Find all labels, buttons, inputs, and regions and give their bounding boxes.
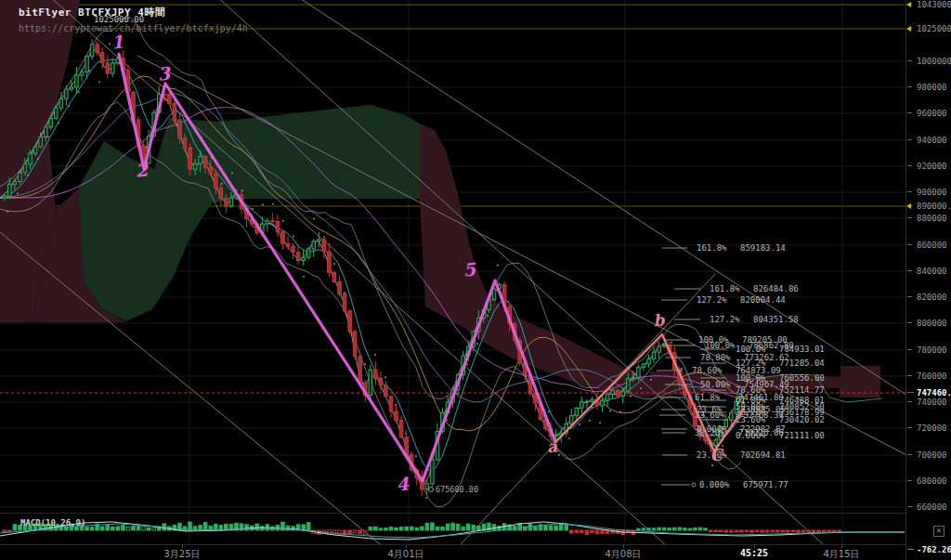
- price-tick: 880000: [906, 214, 951, 223]
- current-price-label: 747460.00: [906, 388, 951, 397]
- tick-label: 800000: [917, 319, 947, 328]
- tick-dash: [907, 392, 914, 393]
- price-tick: 720000: [906, 423, 951, 433]
- price-tick: 700000: [906, 450, 951, 460]
- price-tick: 740000: [906, 397, 951, 407]
- tick-label: 680000: [917, 476, 947, 486]
- svg-text:702694.81: 702694.81: [740, 450, 786, 460]
- svg-text:127.2%: 127.2%: [697, 295, 727, 305]
- tick-dash: [907, 454, 912, 455]
- svg-text:4: 4: [396, 473, 410, 494]
- svg-text:50.00%: 50.00%: [700, 380, 731, 389]
- svg-text:b: b: [652, 310, 666, 330]
- svg-text:161.8%: 161.8%: [710, 284, 740, 293]
- time-axis[interactable]: 3月25日4月01日4月08日4月15日45:25: [0, 544, 951, 560]
- tick-dash: [907, 60, 912, 61]
- close-indicator-button[interactable]: ×: [933, 526, 944, 537]
- tick-dash: [907, 506, 912, 507]
- price-tick: 980000: [906, 83, 951, 92]
- time-label: 4月08日: [605, 548, 641, 560]
- fibonacci-levels: 161.8%859183.14161.8%826484.86127.2%8200…: [657, 243, 825, 489]
- tick-label: 740000: [917, 397, 947, 407]
- time-tick: [623, 545, 624, 548]
- tick-dash: [907, 427, 912, 428]
- tick-label: 840000: [917, 267, 947, 276]
- price-axis[interactable]: 1043000.01025000.01000000980000960000940…: [905, 0, 951, 560]
- svg-text:1: 1: [111, 31, 124, 52]
- macd-indicator-label: MACD(10,26,9): [20, 518, 85, 527]
- svg-text:771285.04: 771285.04: [779, 358, 825, 368]
- tick-label: 780000: [917, 345, 947, 355]
- tick-label: 700000: [917, 450, 947, 460]
- svg-text:675600.00: 675600.00: [436, 485, 478, 494]
- tick-dash: [907, 549, 914, 550]
- tick-dash: [907, 270, 912, 271]
- time-label: 4月01日: [387, 548, 423, 560]
- tick-dash: [907, 86, 912, 87]
- price-tick: 780000: [906, 345, 951, 355]
- alert-marker-icon[interactable]: [906, 203, 911, 209]
- tick-dash: [907, 244, 912, 245]
- tick-dash: [907, 375, 912, 376]
- price-tick: 820000: [906, 293, 951, 302]
- price-chart-canvas[interactable]: 161.8%859183.14161.8%826484.86127.2%8200…: [0, 0, 951, 560]
- tick-label: 760000: [917, 371, 947, 381]
- tick-label: 1000000: [917, 57, 951, 66]
- price-tick: 660000: [906, 502, 951, 512]
- price-tick: 920000: [906, 162, 951, 171]
- alert-price-inline-label: 1025000.00: [94, 15, 144, 24]
- tick-dash: [907, 165, 912, 166]
- tick-dash: [907, 349, 912, 350]
- svg-text:127.2%: 127.2%: [710, 315, 740, 324]
- svg-text:78.60%: 78.60%: [692, 366, 723, 375]
- tick-label: 1025000.0: [917, 24, 951, 33]
- tick-label: 747460.00: [917, 388, 951, 397]
- tick-label: 960000: [917, 109, 947, 118]
- tick-label: 890000.00: [917, 202, 951, 211]
- tick-label: 660000: [917, 502, 947, 512]
- price-tick: 860000: [906, 241, 951, 250]
- svg-text:752114.77: 752114.77: [779, 385, 825, 395]
- price-tick: 1025000.0: [906, 24, 951, 33]
- tick-label: 940000: [917, 136, 947, 145]
- macd-value-label: -762.26: [906, 545, 951, 554]
- svg-text:859183.14: 859183.14: [740, 243, 786, 253]
- tick-label: 860000: [917, 241, 947, 250]
- alert-marker-icon[interactable]: [906, 2, 911, 7]
- price-tick: 940000: [906, 136, 951, 145]
- price-tick: 680000: [906, 476, 951, 486]
- price-tick: 1000000: [906, 57, 951, 66]
- tick-dash: [907, 322, 912, 323]
- svg-text:730420.02: 730420.02: [779, 415, 825, 424]
- price-tick: 900000: [906, 188, 951, 197]
- svg-text:0.000%: 0.000%: [736, 431, 766, 440]
- tick-dash: [907, 480, 912, 481]
- price-tick: 960000: [906, 109, 951, 118]
- svg-text:3: 3: [157, 62, 173, 84]
- tick-label: 900000: [917, 188, 947, 197]
- time-label: 3月25日: [163, 548, 200, 560]
- svg-text:804351.58: 804351.58: [753, 315, 799, 324]
- price-tick: 760000: [906, 371, 951, 381]
- time-tick: [182, 545, 183, 548]
- svg-text:161.8%: 161.8%: [697, 243, 727, 253]
- low-price-marker: 675600.00: [429, 485, 479, 494]
- countdown-tick: [754, 545, 755, 548]
- alert-marker-icon[interactable]: [906, 26, 911, 32]
- tick-dash: [907, 401, 912, 402]
- time-label: 4月15日: [823, 548, 859, 560]
- tick-label: 820000: [917, 293, 947, 302]
- time-tick: [406, 545, 407, 548]
- tick-dash: [907, 296, 912, 297]
- time-tick: [841, 545, 842, 548]
- tick-dash: [907, 191, 912, 192]
- cryptowatch-chart-app: 161.8%859183.14161.8%826484.86127.2%8200…: [0, 0, 951, 560]
- tick-dash: [907, 217, 912, 218]
- svg-text:675971.77: 675971.77: [743, 480, 788, 489]
- svg-text:0.000%: 0.000%: [699, 480, 730, 489]
- svg-text:721111.00: 721111.00: [779, 431, 825, 440]
- tick-label: 980000: [917, 83, 947, 92]
- tick-label: 920000: [917, 162, 947, 171]
- svg-text:820004.44: 820004.44: [740, 295, 786, 305]
- macd-panel: MACD(10,26,9): [0, 518, 905, 540]
